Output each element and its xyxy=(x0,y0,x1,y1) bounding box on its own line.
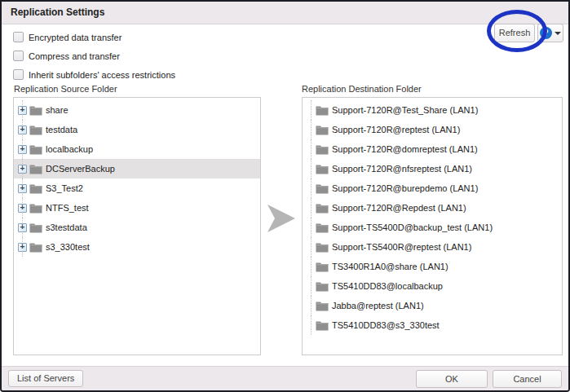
footer-bar: List of Servers OK Cancel xyxy=(2,366,568,390)
checkbox[interactable] xyxy=(13,69,24,80)
destination-folder-item[interactable]: Support-7120R@Repdest (LAN1) xyxy=(303,198,562,218)
tree-item-label: Support-7120R@domreptest (LAN1) xyxy=(332,144,478,154)
tree-item-label: Support-7120R@burepdemo (LAN1) xyxy=(332,183,478,193)
tree-item-label: TS3400R1A0@share (LAN1) xyxy=(332,262,448,271)
expand-plus-icon[interactable]: + xyxy=(18,243,27,252)
expand-plus-icon[interactable]: + xyxy=(18,204,27,213)
expand-plus-icon[interactable]: + xyxy=(18,106,27,115)
option-checkbox-row[interactable]: Inherit subfolders' access restrictions xyxy=(13,68,175,81)
folder-icon xyxy=(29,183,42,194)
folder-icon xyxy=(316,281,329,292)
destination-panel-label: Replication Destination Folder xyxy=(302,84,422,94)
tree-item-label: Jabba@reptest (LAN1) xyxy=(332,301,424,311)
option-checkbox-row[interactable]: Compress and transfer xyxy=(13,50,175,62)
destination-folder-list: Support-7120R@Test_Share (LAN1) Support-… xyxy=(302,97,563,355)
checkbox-label: Compress and transfer xyxy=(29,51,120,61)
chevron-down-icon xyxy=(555,32,561,35)
folder-icon xyxy=(316,320,329,331)
folder-icon xyxy=(316,222,329,233)
source-folder-item[interactable]: + NTFS_test xyxy=(14,198,260,218)
folder-icon xyxy=(29,144,42,155)
expand-plus-icon[interactable]: + xyxy=(18,145,27,154)
destination-folder-item[interactable]: TS5410DD83@s3_330test xyxy=(303,315,562,335)
destination-folder-item[interactable]: Support-7120R@Test_Share (LAN1) xyxy=(303,100,562,120)
tree-item-label: Support-TS5400R@reptest (LAN1) xyxy=(332,242,471,252)
folder-icon xyxy=(316,164,329,174)
help-icon: ? xyxy=(540,27,552,39)
tree-item-label: localbackup xyxy=(46,144,93,154)
refresh-button[interactable]: Refresh xyxy=(494,24,535,42)
tree-item-label: NTFS_test xyxy=(46,203,89,213)
tree-item-label: testdata xyxy=(46,125,77,134)
destination-folder-item[interactable]: Jabba@reptest (LAN1) xyxy=(303,296,562,315)
destination-folder-item[interactable]: TS3400R1A0@share (LAN1) xyxy=(303,257,562,276)
expand-plus-icon[interactable]: + xyxy=(18,126,27,134)
folder-icon xyxy=(316,183,329,194)
replication-settings-dialog: Replication Settings Encrypted data tran… xyxy=(0,0,570,392)
destination-folder-item[interactable]: Support-7120R@nfsreptest (LAN1) xyxy=(303,159,562,178)
checkbox[interactable] xyxy=(13,51,24,61)
folder-icon xyxy=(29,105,42,116)
tree-item-label: TS5410DD83@localbackup xyxy=(332,281,443,291)
destination-folder-item[interactable]: Support-7120R@burepdemo (LAN1) xyxy=(303,178,562,198)
dialog-title: Replication Settings xyxy=(2,2,568,24)
tree-item-label: share xyxy=(46,105,68,115)
folder-icon xyxy=(316,301,329,311)
direction-arrow-icon xyxy=(267,205,295,232)
list-of-servers-button[interactable]: List of Servers xyxy=(8,370,83,387)
folder-icon xyxy=(29,125,42,135)
source-folder-item[interactable]: + share xyxy=(14,100,260,120)
destination-folder-item[interactable]: Support-7120R@domreptest (LAN1) xyxy=(303,139,562,159)
folder-icon xyxy=(316,125,329,135)
checkbox-label: Inherit subfolders' access restrictions xyxy=(29,70,175,80)
source-folder-item[interactable]: + localbackup xyxy=(14,139,260,159)
tree-item-label: Support-7120R@Repdest (LAN1) xyxy=(332,203,466,213)
source-folder-item[interactable]: + DCServerBackup xyxy=(14,159,260,178)
source-folder-item[interactable]: + s3testdata xyxy=(14,218,260,237)
tree-item-label: Support-TS5400D@backup_test (LAN1) xyxy=(332,222,493,232)
checkbox-label: Encrypted data transfer xyxy=(29,33,122,42)
destination-folder-item[interactable]: Support-TS5400D@backup_test (LAN1) xyxy=(303,218,562,237)
source-folder-item[interactable]: + s3_330test xyxy=(14,237,260,257)
expand-plus-icon[interactable]: + xyxy=(18,184,27,193)
tree-item-label: Support-7120R@Test_Share (LAN1) xyxy=(332,105,478,115)
folder-icon xyxy=(316,203,329,214)
destination-folder-item[interactable]: Support-TS5400R@reptest (LAN1) xyxy=(303,237,562,257)
folder-icon xyxy=(29,222,42,233)
folder-icon xyxy=(29,164,42,174)
tree-item-label: TS5410DD83@s3_330test xyxy=(332,320,440,330)
source-folder-tree: + share + testdata + localbackup + xyxy=(13,97,261,355)
folder-icon xyxy=(316,242,329,253)
help-button[interactable]: ? xyxy=(537,24,563,42)
tree-item-label: Support-7120R@nfsreptest (LAN1) xyxy=(332,164,472,174)
ok-button[interactable]: OK xyxy=(416,370,488,388)
tree-item-label: s3testdata xyxy=(46,222,87,232)
folder-icon xyxy=(316,262,329,272)
tree-item-label: Support-7120R@reptest (LAN1) xyxy=(332,125,460,134)
tree-item-label: DCServerBackup xyxy=(46,164,115,174)
option-checkbox-row[interactable]: Encrypted data transfer xyxy=(13,31,175,43)
folder-icon xyxy=(316,144,329,155)
source-folder-item[interactable]: + testdata xyxy=(14,120,260,139)
folder-icon xyxy=(29,242,42,253)
tree-item-label: s3_330test xyxy=(46,242,90,252)
folder-icon xyxy=(29,203,42,214)
checkbox[interactable] xyxy=(13,32,24,42)
source-folder-item[interactable]: + S3_Test2 xyxy=(14,178,260,198)
destination-folder-item[interactable]: Support-7120R@reptest (LAN1) xyxy=(303,120,562,139)
expand-plus-icon[interactable]: + xyxy=(18,223,27,232)
folder-icon xyxy=(316,105,329,116)
options-group: Encrypted data transfer Compress and tra… xyxy=(13,31,175,87)
source-panel-label: Replication Source Folder xyxy=(14,84,117,94)
destination-folder-item[interactable]: TS5410DD83@localbackup xyxy=(303,276,562,296)
tree-item-label: S3_Test2 xyxy=(46,183,83,193)
expand-plus-icon[interactable]: + xyxy=(18,165,27,174)
cancel-button[interactable]: Cancel xyxy=(493,370,562,388)
